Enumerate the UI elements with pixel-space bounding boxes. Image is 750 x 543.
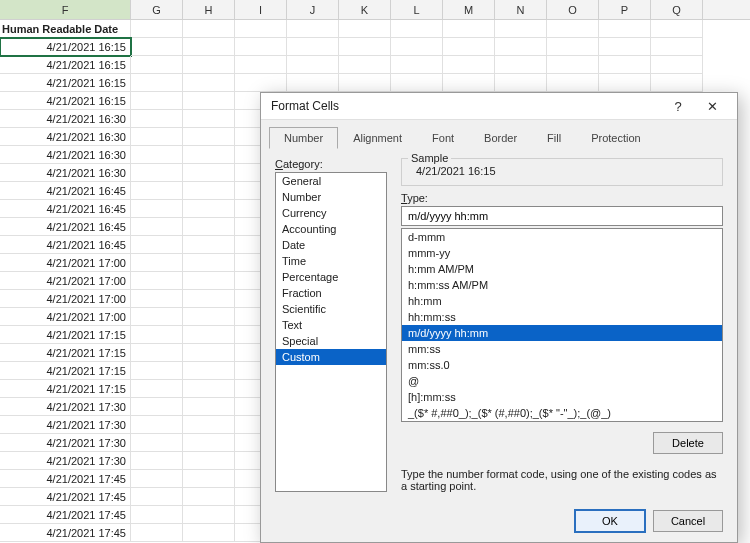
cell-empty[interactable] <box>183 326 235 344</box>
cell-empty[interactable] <box>443 74 495 92</box>
cell-empty[interactable] <box>495 20 547 38</box>
type-option[interactable]: mm:ss.0 <box>402 357 722 373</box>
column-header-I[interactable]: I <box>235 0 287 19</box>
cell-empty[interactable] <box>131 20 183 38</box>
cell-empty[interactable] <box>131 470 183 488</box>
cell-empty[interactable] <box>495 74 547 92</box>
cell-empty[interactable] <box>131 488 183 506</box>
cell-date[interactable]: 4/21/2021 17:45 <box>0 470 131 488</box>
cell-empty[interactable] <box>183 236 235 254</box>
category-item[interactable]: Percentage <box>276 269 386 285</box>
cell-empty[interactable] <box>183 470 235 488</box>
cell-date[interactable]: 4/21/2021 16:15 <box>0 38 131 56</box>
cell-empty[interactable] <box>443 38 495 56</box>
cell-empty[interactable] <box>131 416 183 434</box>
column-header-K[interactable]: K <box>339 0 391 19</box>
cell-empty[interactable] <box>235 74 287 92</box>
cell-date[interactable]: 4/21/2021 17:30 <box>0 398 131 416</box>
cell-empty[interactable] <box>131 308 183 326</box>
cell-date[interactable]: 4/21/2021 17:00 <box>0 272 131 290</box>
cell-empty[interactable] <box>131 434 183 452</box>
cell-empty[interactable] <box>131 128 183 146</box>
category-list[interactable]: GeneralNumberCurrencyAccountingDateTimeP… <box>275 172 387 492</box>
cell-empty[interactable] <box>183 452 235 470</box>
cell-empty[interactable] <box>131 524 183 542</box>
cell-empty[interactable] <box>183 218 235 236</box>
cell-empty[interactable] <box>131 452 183 470</box>
cell-empty[interactable] <box>547 74 599 92</box>
cell-empty[interactable] <box>339 20 391 38</box>
cell-empty[interactable] <box>547 56 599 74</box>
cell-empty[interactable] <box>131 254 183 272</box>
cell-date[interactable]: 4/21/2021 16:45 <box>0 236 131 254</box>
cell-date[interactable]: 4/21/2021 17:30 <box>0 416 131 434</box>
cell-empty[interactable] <box>131 236 183 254</box>
category-item[interactable]: Special <box>276 333 386 349</box>
cell-date[interactable]: 4/21/2021 16:30 <box>0 110 131 128</box>
type-option[interactable]: d-mmm <box>402 229 722 245</box>
category-item[interactable]: Fraction <box>276 285 386 301</box>
cell-empty[interactable] <box>235 56 287 74</box>
help-button[interactable]: ? <box>661 93 695 119</box>
close-button[interactable]: ✕ <box>695 93 729 119</box>
category-item[interactable]: Time <box>276 253 386 269</box>
cell-empty[interactable] <box>339 38 391 56</box>
cell-date[interactable]: 4/21/2021 17:00 <box>0 290 131 308</box>
cell-empty[interactable] <box>131 506 183 524</box>
cell-empty[interactable] <box>287 74 339 92</box>
column-header-J[interactable]: J <box>287 0 339 19</box>
cell-empty[interactable] <box>495 38 547 56</box>
type-option[interactable]: mm:ss <box>402 341 722 357</box>
cell-date[interactable]: 4/21/2021 17:30 <box>0 452 131 470</box>
cell-date[interactable]: 4/21/2021 16:45 <box>0 182 131 200</box>
cell-empty[interactable] <box>391 38 443 56</box>
type-option[interactable]: @ <box>402 373 722 389</box>
cell-date[interactable]: 4/21/2021 17:30 <box>0 434 131 452</box>
category-item[interactable]: Text <box>276 317 386 333</box>
cell-empty[interactable] <box>131 380 183 398</box>
cell-empty[interactable] <box>183 254 235 272</box>
cell-empty[interactable] <box>547 38 599 56</box>
delete-button[interactable]: Delete <box>653 432 723 454</box>
cell-empty[interactable] <box>183 110 235 128</box>
column-header-O[interactable]: O <box>547 0 599 19</box>
tab-border[interactable]: Border <box>469 127 532 149</box>
ok-button[interactable]: OK <box>575 510 645 532</box>
cell-empty[interactable] <box>183 128 235 146</box>
cell-empty[interactable] <box>391 56 443 74</box>
type-option[interactable]: _($* #,##0_);_($* (#,##0);_($* "-"_);_(@… <box>402 405 722 421</box>
cell-empty[interactable] <box>599 20 651 38</box>
category-item[interactable]: Date <box>276 237 386 253</box>
cell-empty[interactable] <box>599 74 651 92</box>
column-header-P[interactable]: P <box>599 0 651 19</box>
cell-date[interactable]: 4/21/2021 17:00 <box>0 308 131 326</box>
cell-empty[interactable] <box>235 38 287 56</box>
cell-empty[interactable] <box>651 20 703 38</box>
cell-empty[interactable] <box>183 20 235 38</box>
cell-empty[interactable] <box>183 434 235 452</box>
cell-empty[interactable] <box>131 182 183 200</box>
cell-empty[interactable] <box>131 398 183 416</box>
cell-empty[interactable] <box>131 362 183 380</box>
cell-empty[interactable] <box>287 20 339 38</box>
column-header-N[interactable]: N <box>495 0 547 19</box>
cell-empty[interactable] <box>287 38 339 56</box>
category-item[interactable]: Custom <box>276 349 386 365</box>
cell-empty[interactable] <box>651 38 703 56</box>
cell-empty[interactable] <box>131 218 183 236</box>
cell-empty[interactable] <box>183 416 235 434</box>
cell-empty[interactable] <box>183 362 235 380</box>
cell-empty[interactable] <box>131 200 183 218</box>
cell-empty[interactable] <box>339 74 391 92</box>
cell-empty[interactable] <box>131 164 183 182</box>
cell-empty[interactable] <box>183 92 235 110</box>
cell-date[interactable]: 4/21/2021 16:15 <box>0 92 131 110</box>
cell-date[interactable]: 4/21/2021 17:45 <box>0 506 131 524</box>
type-options-list[interactable]: d-mmmmmm-yyh:mm AM/PMh:mm:ss AM/PMhh:mmh… <box>401 228 723 422</box>
cell-empty[interactable] <box>183 74 235 92</box>
cell-date[interactable]: 4/21/2021 17:15 <box>0 362 131 380</box>
type-option[interactable]: hh:mm:ss <box>402 309 722 325</box>
tab-protection[interactable]: Protection <box>576 127 656 149</box>
cell-empty[interactable] <box>131 344 183 362</box>
cell-empty[interactable] <box>183 506 235 524</box>
